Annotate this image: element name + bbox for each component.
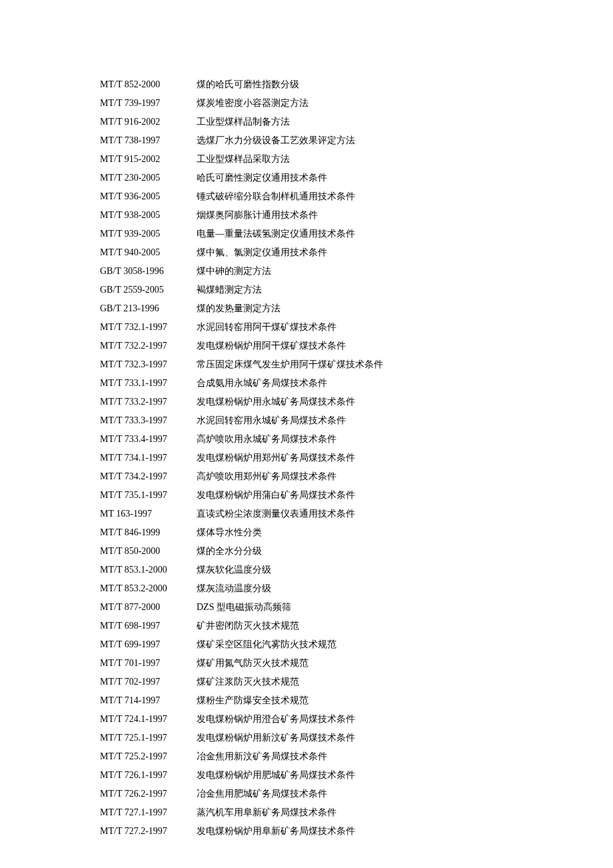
table-row: MT/T 733.2-1997发电煤粉锅炉用永城矿务局煤技术条件 bbox=[100, 397, 513, 407]
standard-code: MT/T 734.1-1997 bbox=[100, 453, 197, 463]
table-row: MT/T 701-1997煤矿用氮气防灭火技术规范 bbox=[100, 659, 513, 668]
standard-title: 煤粉生产防爆安全技术规范 bbox=[197, 696, 513, 705]
standard-title: 发电煤粉锅炉用郑州矿务局煤技术条件 bbox=[197, 453, 513, 463]
table-row: MT/T 733.3-1997水泥回转窑用永城矿务局煤技术条件 bbox=[100, 416, 513, 425]
standard-title: 工业型煤样品制备方法 bbox=[197, 117, 513, 127]
standard-title: 高炉喷吹用郑州矿务局煤技术条件 bbox=[197, 472, 513, 481]
standard-code: MT/T 702-1997 bbox=[100, 677, 197, 687]
standard-title: 煤灰软化温度分级 bbox=[197, 565, 513, 575]
standard-code: MT/T 733.3-1997 bbox=[100, 416, 197, 425]
standard-title: 冶金焦用新汶矿务局煤技术条件 bbox=[197, 752, 513, 761]
standard-code: GB/T 3058-1996 bbox=[100, 267, 197, 276]
standard-title: 煤灰流动温度分级 bbox=[197, 584, 513, 593]
table-row: MT 163-1997直读式粉尘浓度测量仪表通用技术条件 bbox=[100, 509, 513, 519]
standard-title: 常压固定床煤气发生炉用阿干煤矿煤技术条件 bbox=[197, 360, 513, 369]
standard-title: 水泥回转窑用阿干煤矿煤技术条件 bbox=[197, 323, 513, 332]
standard-code: MT/T 940-2005 bbox=[100, 248, 197, 257]
standard-title: 煤矿注浆防灭火技术规范 bbox=[197, 677, 513, 687]
standard-code: MT 163-1997 bbox=[100, 509, 197, 519]
table-row: MT/T 714-1997煤粉生产防爆安全技术规范 bbox=[100, 696, 513, 705]
table-row: MT/T 915-2002工业型煤样品采取方法 bbox=[100, 155, 513, 164]
standard-title: 发电煤粉锅炉用澄合矿务局煤技术条件 bbox=[197, 715, 513, 724]
table-row: MT/T 726.2-1997冶金焦用肥城矿务局煤技术条件 bbox=[100, 789, 513, 799]
standard-code: MT/T 732.2-1997 bbox=[100, 341, 197, 351]
standard-title: 褐煤蜡测定方法 bbox=[197, 285, 513, 295]
table-row: MT/T 735.1-1997发电煤粉锅炉用蒲白矿务局煤技术条件 bbox=[100, 491, 513, 500]
standard-code: MT/T 846-1999 bbox=[100, 528, 197, 537]
standard-code: MT/T 724.1-1997 bbox=[100, 715, 197, 724]
standard-title: 煤矿采空区阻化汽雾防火技术规范 bbox=[197, 640, 513, 649]
standard-code: MT/T 733.2-1997 bbox=[100, 397, 197, 407]
table-row: MT/T 230-2005哈氏可磨性测定仪通用技术条件 bbox=[100, 173, 513, 183]
standard-title: 发电煤粉锅炉用新汶矿务局煤技术条件 bbox=[197, 733, 513, 743]
standard-title: 发电煤粉锅炉用阜新矿务局煤技术条件 bbox=[197, 827, 513, 836]
standard-code: MT/T 732.3-1997 bbox=[100, 360, 197, 369]
table-row: MT/T 726.1-1997发电煤粉锅炉用肥城矿务局煤技术条件 bbox=[100, 771, 513, 780]
standard-title: 煤炭堆密度小容器测定方法 bbox=[197, 99, 513, 108]
table-row: MT/T 940-2005煤中氟、氯测定仪通用技术条件 bbox=[100, 248, 513, 257]
table-row: MT/T 727.2-1997发电煤粉锅炉用阜新矿务局煤技术条件 bbox=[100, 827, 513, 836]
standard-title: 发电煤粉锅炉用蒲白矿务局煤技术条件 bbox=[197, 491, 513, 500]
standard-title: 选煤厂水力分级设备工艺效果评定方法 bbox=[197, 136, 513, 145]
standard-title: 煤中砷的测定方法 bbox=[197, 267, 513, 276]
standard-code: MT/T 852-2000 bbox=[100, 80, 197, 89]
standard-title: 煤矿用氮气防灭火技术规范 bbox=[197, 659, 513, 668]
standard-title: 高炉喷吹用永城矿务局煤技术条件 bbox=[197, 435, 513, 444]
table-row: MT/T 734.1-1997发电煤粉锅炉用郑州矿务局煤技术条件 bbox=[100, 453, 513, 463]
table-row: MT/T 732.1-1997水泥回转窑用阿干煤矿煤技术条件 bbox=[100, 323, 513, 332]
standard-code: MT/T 877-2000 bbox=[100, 603, 197, 612]
table-row: MT/T 916-2002工业型煤样品制备方法 bbox=[100, 117, 513, 127]
standard-code: MT/T 936-2005 bbox=[100, 192, 197, 201]
table-row: MT/T 725.1-1997发电煤粉锅炉用新汶矿务局煤技术条件 bbox=[100, 733, 513, 743]
standard-title: 煤的哈氏可磨性指数分级 bbox=[197, 80, 513, 89]
table-row: MT/T 699-1997煤矿采空区阻化汽雾防火技术规范 bbox=[100, 640, 513, 649]
table-row: MT/T 727.1-1997蒸汽机车用阜新矿务局煤技术条件 bbox=[100, 808, 513, 817]
table-row: MT/T 850-2000煤的全水分分级 bbox=[100, 547, 513, 556]
standard-code: GB/T 2559-2005 bbox=[100, 285, 197, 295]
standard-code: MT/T 739-1997 bbox=[100, 99, 197, 108]
table-row: MT/T 852-2000煤的哈氏可磨性指数分级 bbox=[100, 80, 513, 89]
table-row: GB/T 3058-1996煤中砷的测定方法 bbox=[100, 267, 513, 276]
table-row: MT/T 739-1997煤炭堆密度小容器测定方法 bbox=[100, 99, 513, 108]
table-row: MT/T 938-2005烟煤奥阿膨胀计通用技术条件 bbox=[100, 211, 513, 220]
standard-code: MT/T 735.1-1997 bbox=[100, 491, 197, 500]
standard-title: 合成氨用永城矿务局煤技术条件 bbox=[197, 379, 513, 388]
standard-title: 哈氏可磨性测定仪通用技术条件 bbox=[197, 173, 513, 183]
standard-title: DZS 型电磁振动高频筛 bbox=[197, 603, 513, 612]
standard-title: 直读式粉尘浓度测量仪表通用技术条件 bbox=[197, 509, 513, 519]
standard-title: 矿井密闭防灭火技术规范 bbox=[197, 621, 513, 631]
standard-code: MT/T 726.2-1997 bbox=[100, 789, 197, 799]
standard-code: MT/T 733.1-1997 bbox=[100, 379, 197, 388]
standard-title: 烟煤奥阿膨胀计通用技术条件 bbox=[197, 211, 513, 220]
table-row: MT/T 734.2-1997高炉喷吹用郑州矿务局煤技术条件 bbox=[100, 472, 513, 481]
table-row: MT/T 733.4-1997高炉喷吹用永城矿务局煤技术条件 bbox=[100, 435, 513, 444]
standard-code: MT/T 714-1997 bbox=[100, 696, 197, 705]
standard-code: MT/T 738-1997 bbox=[100, 136, 197, 145]
standard-code: MT/T 915-2002 bbox=[100, 155, 197, 164]
table-row: MT/T 732.3-1997常压固定床煤气发生炉用阿干煤矿煤技术条件 bbox=[100, 360, 513, 369]
table-row: MT/T 853.2-2000煤灰流动温度分级 bbox=[100, 584, 513, 593]
table-row: MT/T 725.2-1997冶金焦用新汶矿务局煤技术条件 bbox=[100, 752, 513, 761]
standard-code: MT/T 939-2005 bbox=[100, 229, 197, 239]
table-row: GB/T 2559-2005褐煤蜡测定方法 bbox=[100, 285, 513, 295]
table-row: MT/T 698-1997矿井密闭防灭火技术规范 bbox=[100, 621, 513, 631]
standards-list: MT/T 852-2000煤的哈氏可磨性指数分级MT/T 739-1997煤炭堆… bbox=[100, 80, 513, 836]
standard-title: 工业型煤样品采取方法 bbox=[197, 155, 513, 164]
standard-code: MT/T 850-2000 bbox=[100, 547, 197, 556]
standard-code: GB/T 213-1996 bbox=[100, 304, 197, 313]
standard-code: MT/T 853.2-2000 bbox=[100, 584, 197, 593]
table-row: MT/T 733.1-1997合成氨用永城矿务局煤技术条件 bbox=[100, 379, 513, 388]
standard-code: MT/T 916-2002 bbox=[100, 117, 197, 127]
standard-code: MT/T 726.1-1997 bbox=[100, 771, 197, 780]
table-row: GB/T 213-1996煤的发热量测定方法 bbox=[100, 304, 513, 313]
standard-code: MT/T 733.4-1997 bbox=[100, 435, 197, 444]
table-row: MT/T 702-1997煤矿注浆防灭火技术规范 bbox=[100, 677, 513, 687]
table-row: MT/T 939-2005电量—重量法碳氢测定仪通用技术条件 bbox=[100, 229, 513, 239]
standard-code: MT/T 230-2005 bbox=[100, 173, 197, 183]
standard-code: MT/T 727.2-1997 bbox=[100, 827, 197, 836]
table-row: MT/T 732.2-1997发电煤粉锅炉用阿干煤矿煤技术条件 bbox=[100, 341, 513, 351]
standard-code: MT/T 732.1-1997 bbox=[100, 323, 197, 332]
standard-code: MT/T 727.1-1997 bbox=[100, 808, 197, 817]
standard-code: MT/T 699-1997 bbox=[100, 640, 197, 649]
standard-title: 水泥回转窑用永城矿务局煤技术条件 bbox=[197, 416, 513, 425]
